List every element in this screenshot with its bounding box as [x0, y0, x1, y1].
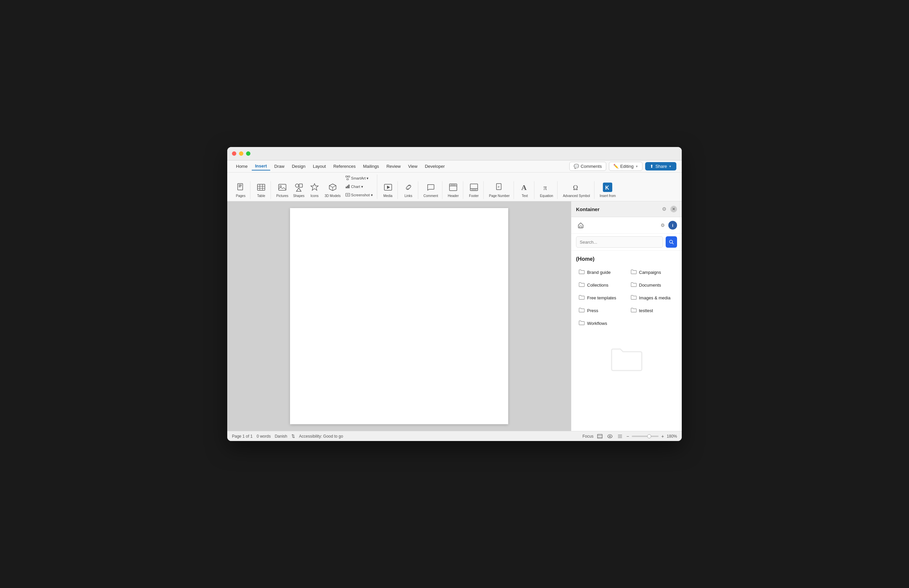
- pictures-icon: [278, 183, 287, 193]
- ribbon-chart-button[interactable]: Chart ▾: [343, 183, 375, 191]
- comments-button[interactable]: 💬 Comments: [569, 162, 606, 171]
- ribbon-group-symbol: Ω Advanced Symbol: [559, 181, 594, 199]
- sidebar-header-buttons: ⚙ ✕: [660, 205, 677, 213]
- menu-developer[interactable]: Developer: [421, 162, 448, 170]
- folder-campaigns[interactable]: Campaigns: [628, 267, 677, 278]
- share-button[interactable]: ⬆ Share ▼: [645, 162, 677, 171]
- menu-design[interactable]: Design: [288, 162, 308, 170]
- folder-workflows[interactable]: Workflows: [576, 318, 625, 329]
- search-input[interactable]: [576, 236, 663, 248]
- smartart-label: SmartArt ▾: [351, 176, 368, 181]
- ribbon-media-button[interactable]: Media: [381, 181, 396, 199]
- sidebar-section-title: (Home): [576, 256, 677, 262]
- chevron-down-icon: ▼: [635, 165, 638, 168]
- print-layout-button[interactable]: [596, 433, 604, 440]
- menu-review[interactable]: Review: [383, 162, 404, 170]
- svg-text:Ω: Ω: [573, 184, 578, 191]
- outline-view-button[interactable]: [616, 433, 624, 440]
- ribbon-table-button[interactable]: Table: [254, 181, 268, 199]
- ribbon-3dmodels-button[interactable]: 3D Models: [323, 181, 343, 199]
- sidebar: Kontainer ⚙ ✕ ⚙ i: [571, 201, 682, 431]
- ribbon-comment-button[interactable]: Comment: [421, 181, 440, 199]
- menu-references[interactable]: References: [330, 162, 359, 170]
- menu-home[interactable]: Home: [232, 162, 251, 170]
- 3dmodels-label: 3D Models: [325, 194, 341, 198]
- folder-press[interactable]: Press: [576, 305, 625, 316]
- zoom-level: 180%: [667, 434, 677, 439]
- ribbon-text-button[interactable]: A Text: [517, 181, 532, 199]
- folder-icon: [631, 269, 637, 276]
- svg-point-24: [347, 194, 349, 195]
- read-mode-button[interactable]: [606, 433, 614, 440]
- ribbon-group-equation: π Equation: [536, 181, 557, 199]
- document-area[interactable]: [227, 201, 571, 431]
- folder-icon: [579, 307, 585, 314]
- ribbon-footer-button[interactable]: Footer: [467, 181, 481, 199]
- menu-mailings[interactable]: Mailings: [360, 162, 382, 170]
- folder-documents[interactable]: Documents: [628, 279, 677, 290]
- svg-rect-23: [346, 193, 350, 196]
- sidebar-info-button[interactable]: i: [668, 221, 677, 229]
- svg-marker-13: [296, 188, 301, 191]
- folder-images-media-label: Images & media: [639, 296, 671, 300]
- menu-layout[interactable]: Layout: [310, 162, 329, 170]
- sidebar-home-button[interactable]: [576, 221, 585, 230]
- zoom-slider[interactable]: [632, 436, 659, 437]
- minimize-button[interactable]: [239, 151, 243, 156]
- ribbon-icons-button[interactable]: Icons: [307, 181, 322, 199]
- ribbon-group-links: Links: [399, 181, 418, 199]
- ribbon-pagenumber-button[interactable]: # Page Number: [487, 181, 512, 199]
- zoom-thumb[interactable]: [647, 434, 651, 438]
- document-page[interactable]: [290, 208, 508, 424]
- svg-rect-32: [471, 189, 477, 190]
- ribbon-pictures-button[interactable]: Pictures: [274, 181, 291, 199]
- menu-draw[interactable]: Draw: [271, 162, 288, 170]
- folder-collections[interactable]: Collections: [576, 279, 625, 290]
- comment-ribbon-label: Comment: [424, 194, 438, 198]
- ribbon-smartart-button[interactable]: SmartArt ▾: [343, 174, 375, 182]
- sidebar-gear-button[interactable]: ⚙: [658, 221, 667, 229]
- chart-label: Chart ▾: [351, 184, 363, 189]
- svg-rect-3: [239, 187, 241, 187]
- sidebar-close-button[interactable]: ✕: [670, 206, 677, 212]
- folder-brand-guide[interactable]: Brand guide: [576, 267, 625, 278]
- word-count: 0 words: [257, 434, 271, 439]
- status-bar: Page 1 of 1 0 words Danish ⇅ Accessibili…: [227, 431, 682, 441]
- folder-free-templates[interactable]: Free templates: [576, 292, 625, 303]
- zoom-in-button[interactable]: +: [661, 434, 664, 439]
- svg-rect-4: [257, 184, 265, 190]
- search-button[interactable]: [666, 236, 677, 248]
- zoom-out-button[interactable]: −: [626, 434, 629, 439]
- maximize-button[interactable]: [246, 151, 250, 156]
- ribbon-insertfrom-button[interactable]: K Insert from: [598, 181, 618, 199]
- menu-view[interactable]: View: [405, 162, 421, 170]
- close-button[interactable]: [232, 151, 236, 156]
- sidebar-search-area: [571, 234, 682, 251]
- sidebar-header: Kontainer ⚙ ✕: [571, 201, 682, 217]
- pages-label: Pages: [236, 194, 245, 198]
- ribbon-equation-button[interactable]: π Equation: [538, 181, 555, 199]
- menu-right: 💬 Comments ✏️ Editing ▼ ⬆ Share ▼: [569, 162, 677, 171]
- sidebar-settings-button[interactable]: ⚙: [660, 205, 668, 213]
- menu-insert[interactable]: Insert: [252, 162, 270, 171]
- editing-button[interactable]: ✏️ Editing ▼: [609, 162, 643, 171]
- ribbon-group-insertfrom: K Insert from: [596, 181, 620, 199]
- ribbon-symbol-button[interactable]: Ω Advanced Symbol: [561, 181, 592, 199]
- folder-testtest[interactable]: testtest: [628, 305, 677, 316]
- ribbon-links-button[interactable]: Links: [401, 181, 416, 199]
- ribbon-pages-button[interactable]: Pages: [233, 181, 248, 199]
- svg-point-11: [295, 184, 299, 187]
- language: Danish: [274, 434, 287, 439]
- ribbon-group-comment: Comment: [420, 181, 442, 199]
- svg-rect-12: [299, 184, 302, 187]
- focus-button[interactable]: Focus: [582, 434, 594, 439]
- ribbon: Pages Table: [227, 173, 682, 201]
- folder-images-media[interactable]: Images & media: [628, 292, 677, 303]
- ribbon-shapes-button[interactable]: Shapes: [291, 181, 307, 199]
- symbol-label: Advanced Symbol: [563, 194, 590, 198]
- ribbon-screenshot-button[interactable]: Screenshot ▾: [343, 191, 375, 199]
- folder-icon: [631, 294, 637, 301]
- svg-rect-22: [349, 184, 349, 188]
- ribbon-header-button[interactable]: Header: [446, 181, 461, 199]
- folder-workflows-label: Workflows: [587, 321, 607, 326]
